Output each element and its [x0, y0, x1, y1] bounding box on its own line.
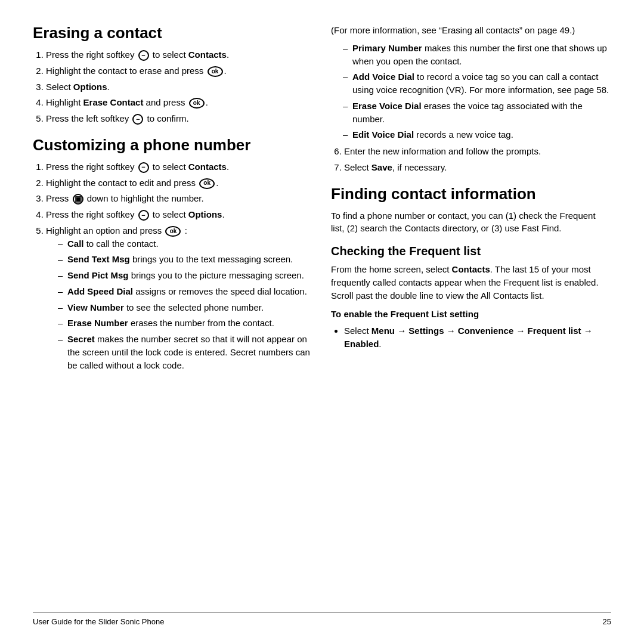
right-softkey-2-icon: −	[138, 162, 149, 173]
right-column: (For more information, see “Erasing all …	[331, 24, 611, 605]
left-column: Erasing a contact Press the right softke…	[33, 24, 313, 605]
right-intro: (For more information, see “Erasing all …	[331, 24, 611, 37]
footer-right: 25	[603, 617, 611, 626]
contacts-bold: Contacts	[188, 49, 227, 60]
customizing-heading: Customizing a phone number	[33, 136, 313, 154]
right-opt-edit-voice: Edit Voice Dial records a new voice tag.	[343, 128, 611, 141]
step-4: Highlight Erase Contact and press ok.	[46, 96, 313, 109]
checking-frequent-heading: Checking the Frequent list	[331, 244, 611, 258]
options-bold: Options	[73, 82, 107, 92]
page: Erasing a contact Press the right softke…	[0, 0, 644, 644]
right-softkey-icon: −	[138, 50, 149, 61]
continued-steps: Enter the new information and follow the…	[344, 145, 611, 174]
step-5: Press the left softkey − to confirm.	[46, 112, 313, 125]
opt-send-pict: Send Pict Msg brings you to the picture …	[58, 269, 313, 282]
checking-frequent-text: From the home screen, select Contacts. T…	[331, 263, 611, 302]
ok-btn-3-icon: ok	[199, 178, 215, 189]
cust-step-5: Highlight an option and press ok : Call …	[46, 224, 313, 372]
cust-step-1: Press the right softkey − to select Cont…	[46, 160, 313, 174]
opt-call: Call to call the contact.	[58, 237, 313, 250]
ok-btn-icon: ok	[208, 66, 223, 77]
footer-left: User Guide for the Slider Sonic Phone	[33, 617, 164, 626]
finding-contact-heading: Finding contact information	[331, 185, 611, 203]
opt-add-speed: Add Speed Dial assigns or removes the sp…	[58, 285, 313, 298]
opt-secret: Secret makes the number secret so that i…	[58, 333, 313, 371]
erasing-contact-steps: Press the right softkey − to select Cont…	[46, 48, 313, 125]
right-opt-primary: Primary Number makes this number the fir…	[343, 42, 611, 68]
right-opt-erase-voice: Erase Voice Dial erases the voice tag as…	[343, 100, 611, 126]
contacts-bold-2: Contacts	[188, 162, 227, 172]
step-2: Highlight the contact to erase and press…	[46, 64, 313, 78]
left-softkey-icon: −	[132, 114, 143, 125]
opt-view-number: View Number to see the selected phone nu…	[58, 301, 313, 314]
opt-send-text: Send Text Msg brings you to the text mes…	[58, 253, 313, 266]
cust-step-4: Press the right softkey − to select Opti…	[46, 208, 313, 221]
right-subitems: Primary Number makes this number the fir…	[343, 42, 611, 141]
opt-erase-number: Erase Number erases the number from the …	[58, 317, 313, 330]
erasing-contact-heading: Erasing a contact	[33, 24, 313, 42]
right-opt-add-voice: Add Voice Dial to record a voice tag so …	[343, 70, 611, 97]
content-area: Erasing a contact Press the right softke…	[33, 24, 611, 605]
right-softkey-3-icon: −	[138, 210, 149, 221]
step-1: Press the right softkey − to select Cont…	[46, 48, 313, 61]
ok-btn-2-icon: ok	[189, 98, 205, 109]
cust-step-2: Highlight the contact to edit and press …	[46, 177, 313, 190]
step-3: Select Options.	[46, 80, 313, 94]
enable-bullet-list: Select Menu → Settings → Convenience → F…	[344, 324, 611, 351]
finding-contact-intro: To find a phone number or contact, you c…	[331, 209, 611, 236]
nav-btn-icon: ▣	[73, 194, 83, 205]
options-bold-2: Options	[188, 209, 222, 219]
ok-btn-4-icon: ok	[165, 226, 181, 237]
footer: User Guide for the Slider Sonic Phone 25	[33, 612, 611, 626]
to-enable-heading: To enable the Frequent List setting	[331, 308, 611, 321]
options-list: Call to call the contact. Send Text Msg …	[58, 237, 313, 372]
customizing-steps: Press the right softkey − to select Cont…	[46, 160, 313, 372]
step-6: Enter the new information and follow the…	[344, 145, 611, 158]
enable-bullet-item: Select Menu → Settings → Convenience → F…	[344, 324, 611, 351]
step-7: Select Save, if necessary.	[344, 161, 611, 174]
cust-step-3: Press ▣ down to highlight the number.	[46, 192, 313, 205]
erase-contact-bold: Erase Contact	[83, 97, 144, 107]
